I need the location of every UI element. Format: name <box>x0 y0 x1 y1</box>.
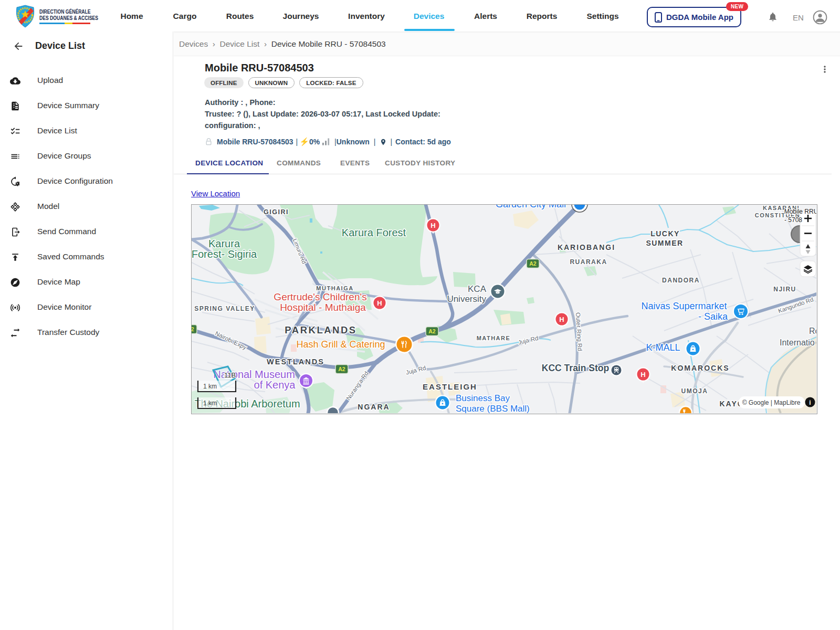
svg-text:LUCKY: LUCKY <box>650 229 680 238</box>
svg-text:A2: A2 <box>428 328 436 334</box>
svg-text:- Saika: - Saika <box>698 311 728 322</box>
svg-text:Ropa: Ropa <box>809 327 816 335</box>
svg-text:H: H <box>377 299 382 307</box>
svg-text:NGARA: NGARA <box>358 403 390 411</box>
svg-text:A2: A2 <box>338 366 345 372</box>
svg-text:MATHARE: MATHARE <box>477 335 511 341</box>
svg-text:Hash Grill & Catering: Hash Grill & Catering <box>296 339 385 350</box>
svg-text:Naivas Supermarket: Naivas Supermarket <box>641 301 727 311</box>
svg-text:Square (BBS Mall): Square (BBS Mall) <box>456 404 530 413</box>
svg-text:H: H <box>430 222 435 229</box>
svg-text:UMOJA: UMOJA <box>681 387 708 395</box>
svg-text:H: H <box>559 316 564 323</box>
svg-text:DANDORA: DANDORA <box>662 277 700 284</box>
svg-text:SPRING VALLEY: SPRING VALLEY <box>194 305 255 312</box>
svg-text:Garden City Mall: Garden City Mall <box>496 205 566 209</box>
svg-text:© Google | MapLibre: © Google | MapLibre <box>742 399 801 406</box>
svg-text:EASTLEIGH: EASTLEIGH <box>423 382 477 391</box>
svg-text:Gertrude's Children's: Gertrude's Children's <box>274 291 366 302</box>
svg-text:H: H <box>640 371 645 379</box>
svg-text:RUARAKA: RUARAKA <box>570 258 607 266</box>
svg-text:KARIOBANGI: KARIOBANGI <box>558 243 615 251</box>
svg-text:of Kenya: of Kenya <box>254 379 296 391</box>
svg-text:i: i <box>809 399 811 406</box>
svg-text:Karura Forest: Karura Forest <box>342 227 406 238</box>
svg-text:KCA: KCA <box>468 284 487 294</box>
svg-text:1 km: 1 km <box>203 400 217 407</box>
svg-text:Internatio: Internatio <box>780 338 815 347</box>
svg-text:A2: A2 <box>529 260 537 267</box>
svg-text:Hospital - Muthaiga: Hospital - Muthaiga <box>280 302 366 313</box>
svg-text:PARKLANDS: PARKLANDS <box>285 324 356 335</box>
svg-text:1 km: 1 km <box>203 383 217 390</box>
svg-text:- 5708: - 5708 <box>784 216 802 224</box>
svg-text:GIGIRI: GIGIRI <box>264 208 289 216</box>
svg-text:University: University <box>447 294 486 304</box>
svg-text:KCC Train Stop: KCC Train Stop <box>542 363 609 373</box>
svg-text:A2: A2 <box>192 326 194 332</box>
svg-text:K-MALL: K-MALL <box>646 342 680 353</box>
svg-text:Business Bay: Business Bay <box>456 393 510 403</box>
svg-text:Forest- Sigiria: Forest- Sigiria <box>192 248 257 260</box>
svg-text:NJIRU: NJIRU <box>773 286 796 293</box>
svg-text:11B: 11B <box>224 371 236 379</box>
svg-text:WESTLANDS: WESTLANDS <box>267 358 324 366</box>
svg-text:SUMMER: SUMMER <box>646 239 683 247</box>
svg-text:KOMAROCKS: KOMAROCKS <box>671 364 729 372</box>
svg-text:MUTHAIGA: MUTHAIGA <box>316 285 353 291</box>
svg-text:Mobile RRU: Mobile RRU <box>784 208 816 215</box>
svg-text:Karura: Karura <box>208 238 240 249</box>
